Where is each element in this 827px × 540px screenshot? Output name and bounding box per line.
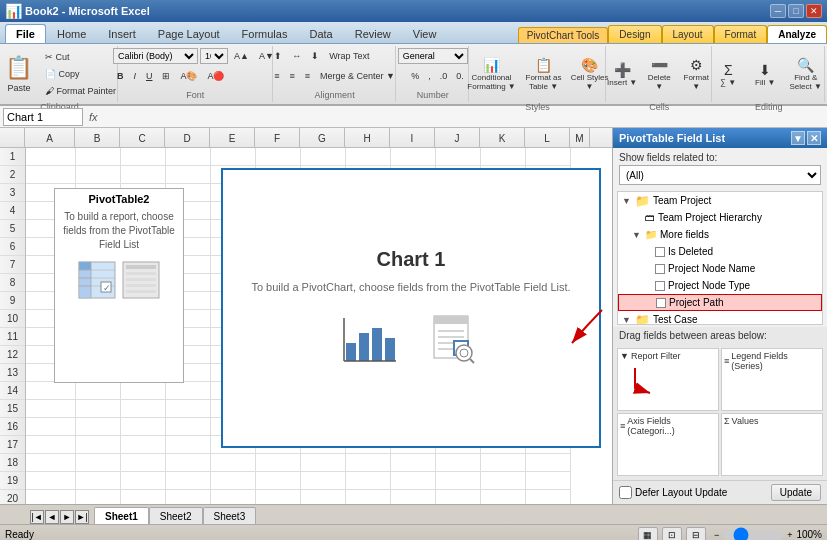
defer-checkbox[interactable]: Defer Layout Update (619, 486, 727, 499)
tab-layout[interactable]: Layout (662, 25, 714, 43)
pivot-table-placeholder[interactable]: PivotTable2 To build a report, choose fi… (54, 188, 184, 383)
font-color-button[interactable]: A🔴 (203, 68, 228, 84)
values-area[interactable]: Σ Values (721, 413, 823, 476)
align-left-button[interactable]: ≡ (270, 68, 283, 84)
comma-button[interactable]: , (424, 68, 435, 84)
tab-insert[interactable]: Insert (97, 24, 147, 43)
normal-view-button[interactable]: ▦ (638, 527, 658, 541)
tree-item-project-node-type[interactable]: Project Node Type (618, 277, 822, 294)
format-as-table-button[interactable]: 📋 Format as Table ▼ (520, 48, 568, 100)
tree-item-team-project-hierarchy[interactable]: 🗃 Team Project Hierarchy (618, 209, 822, 226)
tab-analyze[interactable]: Analyze (767, 25, 827, 43)
col-header-l[interactable]: L (525, 128, 570, 148)
merge-center-button[interactable]: Merge & Center ▼ (316, 68, 399, 84)
formula-input[interactable] (104, 108, 824, 126)
insert-button[interactable]: ➕ Insert ▼ (605, 48, 640, 100)
cell-f1[interactable] (256, 148, 301, 166)
col-header-f[interactable]: F (255, 128, 300, 148)
tab-home[interactable]: Home (46, 24, 97, 43)
col-header-b[interactable]: B (75, 128, 120, 148)
cell-d1[interactable] (166, 148, 211, 166)
cell-c1[interactable] (121, 148, 166, 166)
align-middle-button[interactable]: ↔ (288, 48, 305, 64)
zoom-minus[interactable]: − (714, 530, 719, 540)
wrap-text-button[interactable]: Wrap Text (325, 48, 373, 64)
italic-button[interactable]: I (129, 68, 140, 84)
cut-button[interactable]: ✂ Cut (41, 49, 120, 65)
bold-button[interactable]: B (113, 68, 128, 84)
border-button[interactable]: ⊞ (158, 68, 174, 84)
page-break-button[interactable]: ⊟ (686, 527, 706, 541)
spreadsheet[interactable]: A B C D E F G H I J K L M 1 2 3 4 (0, 128, 612, 504)
tab-view[interactable]: View (402, 24, 448, 43)
sheet-prev-button[interactable]: ◄ (45, 510, 59, 524)
field-checkbox[interactable] (655, 264, 665, 274)
cell-k1[interactable] (481, 148, 526, 166)
close-button[interactable]: ✕ (806, 4, 822, 18)
align-bottom-button[interactable]: ⬇ (307, 48, 323, 64)
col-header-a[interactable]: A (25, 128, 75, 148)
tab-formulas[interactable]: Formulas (231, 24, 299, 43)
maximize-button[interactable]: □ (788, 4, 804, 18)
col-header-g[interactable]: G (300, 128, 345, 148)
field-checkbox[interactable] (655, 281, 665, 291)
zoom-slider[interactable] (723, 530, 783, 540)
sum-button[interactable]: Σ ∑ ▼ (711, 48, 746, 100)
fill-button[interactable]: ⬇ Fill ▼ (748, 48, 783, 100)
zoom-plus[interactable]: + (787, 530, 792, 540)
tree-item-more-fields[interactable]: ▼ 📁 More fields (618, 226, 822, 243)
col-header-d[interactable]: D (165, 128, 210, 148)
cell-l1[interactable] (526, 148, 571, 166)
report-filter-area[interactable]: ▼ Report Filter (617, 348, 719, 411)
page-layout-button[interactable]: ⊡ (662, 527, 682, 541)
cell-a2[interactable] (26, 166, 76, 184)
cell-g1[interactable] (301, 148, 346, 166)
col-header-e[interactable]: E (210, 128, 255, 148)
cell-e1[interactable] (211, 148, 256, 166)
tab-design[interactable]: Design (608, 25, 661, 43)
name-box[interactable]: Chart 1 (3, 108, 83, 126)
col-header-c[interactable]: C (120, 128, 165, 148)
col-header-h[interactable]: H (345, 128, 390, 148)
show-fields-select[interactable]: (All) (619, 165, 821, 185)
format-button[interactable]: ⚙ Format ▼ (679, 48, 714, 100)
sheet-first-button[interactable]: |◄ (30, 510, 44, 524)
update-button[interactable]: Update (771, 484, 821, 501)
cell-h1[interactable] (346, 148, 391, 166)
font-family-select[interactable]: Calibri (Body) (113, 48, 198, 64)
font-size-select[interactable]: 10 (200, 48, 228, 64)
legend-fields-area[interactable]: ≡ Legend Fields (Series) (721, 348, 823, 411)
sheet-tab-2[interactable]: Sheet2 (149, 507, 203, 524)
sheet-next-button[interactable]: ► (60, 510, 74, 524)
copy-button[interactable]: 📄 Copy (41, 66, 120, 82)
tab-file[interactable]: File (5, 24, 46, 43)
align-right-button[interactable]: ≡ (301, 68, 314, 84)
delete-button[interactable]: ➖ Delete ▼ (642, 48, 677, 100)
field-checkbox[interactable] (655, 247, 665, 257)
chart-area[interactable]: Chart 1 To build a PivotChart, choose fi… (221, 168, 601, 448)
col-header-i[interactable]: I (390, 128, 435, 148)
format-painter-button[interactable]: 🖌 Format Painter (41, 83, 120, 99)
increase-decimal-button[interactable]: .0 (436, 68, 452, 84)
col-header-m[interactable]: M (570, 128, 590, 148)
tree-item-project-node-name[interactable]: Project Node Name (618, 260, 822, 277)
tab-data[interactable]: Data (298, 24, 343, 43)
cell-j1[interactable] (436, 148, 481, 166)
sheet-tab-1[interactable]: Sheet1 (94, 507, 149, 524)
paste-button[interactable]: 📋 Paste (0, 48, 39, 100)
tab-page-layout[interactable]: Page Layout (147, 24, 231, 43)
panel-close-button[interactable]: ✕ (807, 131, 821, 145)
align-top-button[interactable]: ⬆ (270, 48, 286, 64)
tree-item-is-deleted[interactable]: Is Deleted (618, 243, 822, 260)
conditional-formatting-button[interactable]: 📊 Conditional Formatting ▼ (466, 48, 518, 100)
field-checkbox[interactable] (656, 298, 666, 308)
fill-color-button[interactable]: A🎨 (176, 68, 201, 84)
panel-options-button[interactable]: ▼ (791, 131, 805, 145)
col-header-j[interactable]: J (435, 128, 480, 148)
col-header-k[interactable]: K (480, 128, 525, 148)
cell-a1[interactable] (26, 148, 76, 166)
tab-format[interactable]: Format (714, 25, 768, 43)
sheet-tab-3[interactable]: Sheet3 (203, 507, 257, 524)
cell-b1[interactable] (76, 148, 121, 166)
tree-item-test-case[interactable]: ▼ 📁 Test Case (618, 311, 822, 325)
